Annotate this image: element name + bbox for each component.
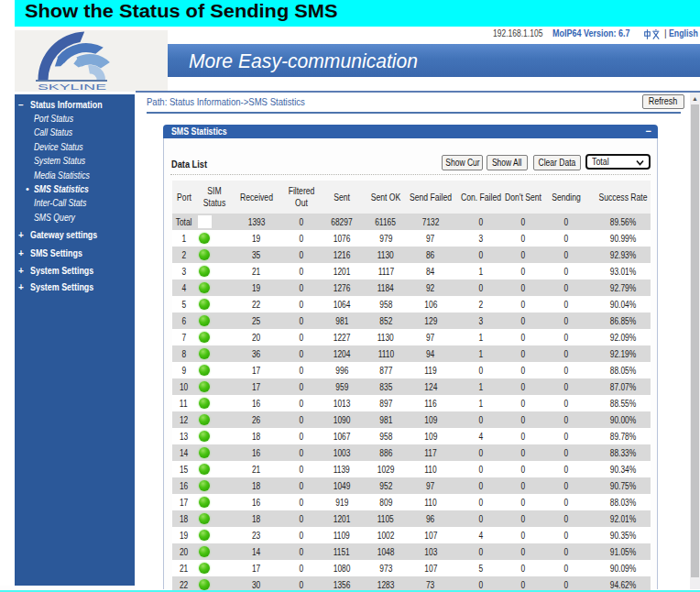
- svg-text:SKYLINE: SKYLINE: [38, 82, 107, 92]
